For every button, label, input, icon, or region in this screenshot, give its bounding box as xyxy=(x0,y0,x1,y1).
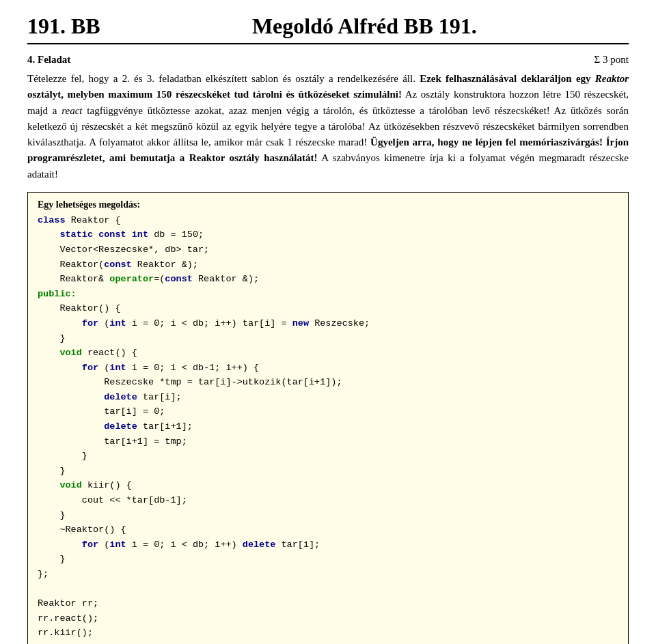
task-points: Σ 3 pont xyxy=(594,54,629,66)
code-block: class Reaktor { static const int db = 15… xyxy=(38,213,618,641)
problem-text: Tételezze fel, hogy a 2. és 3. feladatba… xyxy=(27,71,629,182)
header-center: Megoldó Alfréd BB 191. xyxy=(252,14,477,39)
solution-box: Egy lehetséges megoldás: class Reaktor {… xyxy=(27,192,629,644)
task-title: 4. Feladat xyxy=(27,54,70,66)
task-header: 4. Feladat Σ 3 pont xyxy=(27,54,629,66)
header-left: 191. BB xyxy=(27,14,100,39)
page-header: 191. BB Megoldó Alfréd BB 191. xyxy=(27,14,629,44)
solution-label: Egy lehetséges megoldás: xyxy=(38,199,618,210)
